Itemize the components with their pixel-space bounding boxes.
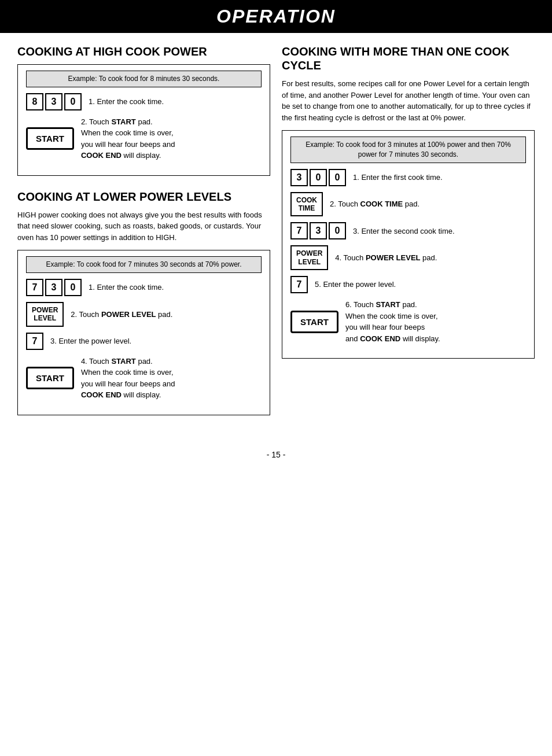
section-lower-title: COOKING AT LOWER POWER LEVELS [17,190,270,204]
key-8: 8 [26,93,43,110]
step-row-l4: START 4. Touch START pad.When the cook t… [26,356,262,401]
example-label-lower: Example: To cook food for 7 minutes 30 s… [26,256,262,273]
key-3c: 3 [290,169,308,186]
key-0e: 0 [329,222,346,239]
step-row-h2: START 2. Touch START pad.When the cook t… [26,116,262,161]
section-high-cook-power: COOKING AT HIGH COOK POWER Example: To c… [17,45,270,176]
key-3b: 3 [45,279,62,296]
step-text-m6: 6. Touch START pad.When the cook time is… [345,299,526,344]
section-multi-cycle: COOKING WITH MORE THAN ONE COOK CYCLE Fo… [282,45,535,359]
step-text-l1: 1. Enter the cook time. [89,282,262,293]
page-header: OPERATION [0,0,552,33]
start-button-h: START [26,127,74,150]
step-text-m1: 1. Enter the first cook time. [353,172,526,183]
step-text-m3: 3. Enter the second cook time. [353,226,526,237]
key-7d: 7 [290,276,308,293]
key-group-l1: 7 3 0 [26,279,82,296]
power-level-button-l: POWERLEVEL [26,302,64,327]
page-title: OPERATION [12,6,540,27]
step-text-h2: 2. Touch START pad.When the cook time is… [81,116,262,161]
example-label-multi: Example: To cook food for 3 minutes at 1… [290,137,526,163]
page-footer: - 15 - [0,450,552,459]
left-column: COOKING AT HIGH COOK POWER Example: To c… [17,45,270,427]
step-row-l3: 7 3. Enter the power level. [26,333,262,350]
step-text-m2: 2. Touch COOK TIME pad. [330,198,526,210]
key-group-h1: 8 3 0 [26,93,82,110]
key-7b: 7 [26,333,43,350]
start-button-l: START [26,367,74,389]
page-number: - 15 - [267,450,286,459]
section-high-cook-title: COOKING AT HIGH COOK POWER [17,45,270,58]
example-box-multi: Example: To cook food for 3 minutes at 1… [282,130,535,359]
step-row-m3: 7 3 0 3. Enter the second cook time. [290,222,526,239]
step-text-l2: 2. Touch POWER LEVEL pad. [71,309,262,320]
step-row-m5: 7 5. Enter the power level. [290,276,526,293]
step-text-h1: 1. Enter the cook time. [89,96,262,108]
step-row-m6: START 6. Touch START pad.When the cook t… [290,299,526,344]
key-0c: 0 [310,169,327,186]
step-row-m2: COOKTIME 2. Touch COOK TIME pad. [290,192,526,217]
step-text-m5: 5. Enter the power level. [315,279,526,290]
step-row-l2: POWERLEVEL 2. Touch POWER LEVEL pad. [26,302,262,327]
step-text-m4: 4. Touch POWER LEVEL pad. [335,252,526,264]
step-text-l4: 4. Touch START pad.When the cook time is… [81,356,262,401]
key-7: 7 [26,279,43,296]
key-0d: 0 [329,169,346,186]
step-row-m1: 3 0 0 1. Enter the first cook time. [290,169,526,186]
key-3d: 3 [310,222,327,239]
section-multi-title: COOKING WITH MORE THAN ONE COOK CYCLE [282,45,535,72]
example-box-lower: Example: To cook food for 7 minutes 30 s… [17,250,270,415]
key-7c: 7 [290,222,308,239]
step-text-l3: 3. Enter the power level. [50,335,262,347]
section-lower-desc: HIGH power cooking does not always give … [17,209,270,244]
start-button-m: START [290,311,338,333]
example-label-high: Example: To cook food for 8 minutes 30 s… [26,71,262,87]
step-row-l1: 7 3 0 1. Enter the cook time. [26,279,262,296]
right-column: COOKING WITH MORE THAN ONE COOK CYCLE Fo… [282,45,535,427]
section-lower-power: COOKING AT LOWER POWER LEVELS HIGH power… [17,190,270,415]
example-box-high: Example: To cook food for 8 minutes 30 s… [17,64,270,176]
step-row-m4: POWERLEVEL 4. Touch POWER LEVEL pad. [290,245,526,270]
section-multi-desc: For best results, some recipes call for … [282,78,535,123]
key-group-m1: 3 0 0 [290,169,346,186]
cook-time-button: COOKTIME [290,192,323,217]
key-group-m3: 7 3 0 [290,222,346,239]
power-level-button-m: POWERLEVEL [290,245,328,270]
key-3: 3 [45,93,62,110]
key-0b: 0 [64,279,82,296]
key-0: 0 [64,93,82,110]
step-row-h1: 8 3 0 1. Enter the cook time. [26,93,262,110]
